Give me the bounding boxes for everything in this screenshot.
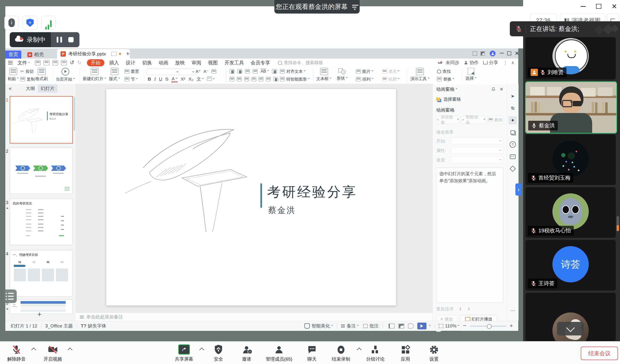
tab-document[interactable]: P 考研经验分享.pptx xyxy=(57,49,130,59)
animation-pane-title[interactable]: 动画窗格 xyxy=(436,86,457,92)
minimize-button[interactable] xyxy=(578,1,588,11)
zoom-in-button[interactable]: + xyxy=(510,322,513,329)
redo-icon[interactable]: ↻ xyxy=(77,60,81,66)
decrease-font-button[interactable]: A⁻ xyxy=(203,69,208,74)
superscript-button[interactable]: X² xyxy=(181,76,185,82)
pause-recording-button[interactable] xyxy=(57,37,62,43)
wps-minimize-button[interactable] xyxy=(500,53,504,53)
zoom-slider[interactable] xyxy=(470,326,506,326)
menu-member[interactable]: 会员专享 xyxy=(247,60,273,66)
share-button[interactable]: 分享 xyxy=(483,60,498,66)
command-search-input[interactable]: 查找命令、搜索模板 xyxy=(278,60,323,66)
scroll-participants-down-button[interactable] xyxy=(557,322,584,335)
align-center-button[interactable] xyxy=(237,77,242,81)
align-text-button[interactable]: 对齐文本 xyxy=(280,68,306,75)
panel-scrollbar[interactable] xyxy=(74,97,75,131)
zoom-value[interactable]: 110% xyxy=(445,323,459,329)
slide-thumbnail-1[interactable]: 考研经验分享 蔡金洪 xyxy=(10,96,73,144)
reading-view-icon[interactable] xyxy=(408,324,414,328)
duplicate-pane-icon[interactable] xyxy=(509,128,517,136)
tab-home[interactable]: 首页 xyxy=(5,51,21,59)
play-from-page-button[interactable]: 当页开始 xyxy=(56,68,75,82)
output-icon[interactable] xyxy=(44,60,49,65)
font-name-select[interactable] xyxy=(147,69,180,75)
menu-slideshow[interactable]: 放映 xyxy=(172,60,188,66)
collapse-ribbon-icon[interactable]: ∧ xyxy=(511,60,514,65)
close-pane-icon[interactable]: ✕ xyxy=(500,87,503,92)
distribute-button[interactable] xyxy=(259,77,264,81)
grid-view-icon[interactable] xyxy=(480,51,485,56)
theme-name[interactable]: 3_Office 主题 xyxy=(45,323,73,329)
find-button[interactable]: 查找 xyxy=(437,68,451,75)
protect-button[interactable]: + xyxy=(23,16,37,30)
cut-button[interactable]: ✂剪切 xyxy=(20,68,34,75)
italic-button[interactable]: I xyxy=(154,76,156,82)
share-screen-button[interactable]: 共享屏幕 xyxy=(165,343,203,362)
expand-panel-button[interactable]: › xyxy=(515,183,522,196)
text-box-button[interactable]: 文本框 xyxy=(316,68,332,82)
format-painter-button[interactable]: 格式刷 xyxy=(35,68,48,82)
increase-font-button[interactable]: A⁺ xyxy=(196,69,201,74)
phonetic-button[interactable]: 文 xyxy=(196,76,204,82)
unmute-button[interactable]: 解除静音 xyxy=(0,343,36,362)
paragraph-spacing-button[interactable] xyxy=(273,77,278,81)
pin-icon[interactable] xyxy=(491,87,496,92)
slide-author[interactable]: 蔡金洪 xyxy=(268,205,296,216)
help-icon[interactable]: ? xyxy=(509,140,517,149)
section-button[interactable]: 节 xyxy=(124,76,138,82)
maximize-button[interactable] xyxy=(594,1,604,11)
save-icon[interactable] xyxy=(35,60,41,65)
picture-button[interactable]: 图片 xyxy=(356,68,373,75)
tab-slides[interactable]: 幻灯片 xyxy=(38,84,57,93)
sidebar-scrollbar[interactable] xyxy=(617,216,619,231)
info-button[interactable]: i xyxy=(4,16,19,30)
single-view-icon[interactable] xyxy=(473,51,477,56)
notes-toggle-button[interactable]: 备注 xyxy=(347,323,359,329)
undo-icon[interactable]: ↺ xyxy=(70,60,74,66)
close-button[interactable] xyxy=(609,1,619,11)
notes-input[interactable]: 单击此处添加备注 xyxy=(76,313,433,321)
slide-thumbnail-2[interactable] xyxy=(10,147,72,194)
shapes-button[interactable]: 形状 xyxy=(337,68,348,81)
reset-button[interactable]: 重置 xyxy=(124,68,139,75)
tab-docer[interactable]: ✿ 稻壳 xyxy=(22,51,49,59)
play-options-dropdown[interactable] xyxy=(428,323,431,329)
sorter-view-icon[interactable] xyxy=(398,324,404,328)
preview-icon[interactable] xyxy=(61,60,67,65)
more-icon[interactable]: ⋮ xyxy=(503,60,508,66)
slide-thumbnail-3[interactable]: 我的考研情况 xyxy=(10,199,72,245)
font-color-button[interactable]: A xyxy=(171,76,178,82)
present-tools-button[interactable]: 演示工具 xyxy=(410,68,430,82)
selection-pane-button[interactable]: 选择窗格 xyxy=(436,96,503,102)
network-button[interactable] xyxy=(41,16,56,30)
zoom-out-button[interactable]: − xyxy=(463,322,466,329)
char-spacing-button[interactable]: AB xyxy=(261,69,269,74)
replace-button[interactable]: 替换 xyxy=(437,76,454,82)
menu-animation[interactable]: 动画 xyxy=(155,60,172,66)
line-spacing-button[interactable] xyxy=(266,77,271,81)
menu-devtools[interactable]: 开发工具 xyxy=(221,60,247,66)
sync-status[interactable]: 未同步 xyxy=(436,60,459,66)
beautify-button[interactable]: 智能美化 xyxy=(312,323,333,329)
animation-pane-icon[interactable]: ✦ xyxy=(509,116,517,124)
banner-menu-icon[interactable] xyxy=(352,5,358,6)
participant-tile[interactable]: 诗荟 王诗荟 xyxy=(525,240,616,291)
arrange-button[interactable]: 排列 xyxy=(356,76,373,82)
wps-close-button[interactable] xyxy=(515,51,519,55)
new-tab-button[interactable]: + xyxy=(126,50,130,57)
bullets-button[interactable] xyxy=(230,69,234,74)
skill-icon[interactable] xyxy=(509,165,517,173)
decrease-indent-button[interactable] xyxy=(245,69,250,74)
end-meeting-button[interactable]: 结束会议 xyxy=(581,347,618,360)
comments-button[interactable]: 批注 xyxy=(370,323,379,329)
highlight-button[interactable] xyxy=(207,76,215,82)
participant-tile[interactable]: 19税收马心怡 xyxy=(525,187,616,238)
menu-design[interactable]: 设计 xyxy=(122,60,139,66)
layout-button[interactable]: 版式 xyxy=(109,68,120,82)
underline-button[interactable]: U xyxy=(159,76,162,82)
rail-more-icon[interactable]: ⋯ xyxy=(509,306,517,315)
participant-tile[interactable]: 首经贸刘玉梅 xyxy=(525,134,616,185)
slide-thumbnail-4[interactable]: 一、明确考研目标 01 02 03 04 xyxy=(10,250,72,296)
subscript-button[interactable]: X₂ xyxy=(188,76,193,82)
wps-maximize-button[interactable] xyxy=(507,51,511,55)
